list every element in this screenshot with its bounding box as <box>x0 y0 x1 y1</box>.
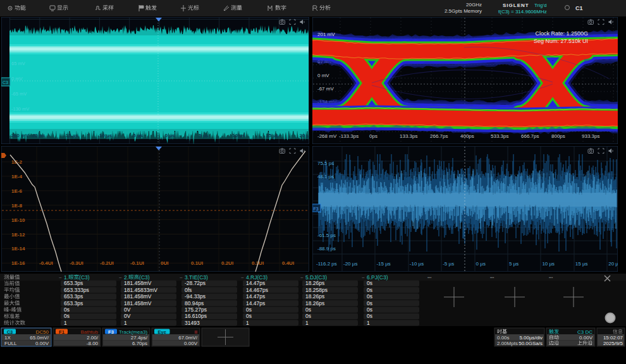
svg-text:1: 1 <box>246 320 249 326</box>
svg-text:-15 µs: -15 µs <box>64 133 78 138</box>
svg-text:0s: 0s <box>64 306 70 313</box>
svg-text:14.47ps: 14.47ps <box>246 293 265 300</box>
svg-text:18.26ps: 18.26ps <box>305 293 324 300</box>
svg-text:Trig'd: Trig'd <box>534 3 546 8</box>
svg-text:2.: 2. <box>124 274 128 281</box>
svg-text:0.00V: 0.00V <box>184 341 198 346</box>
svg-text:18.26ps: 18.26ps <box>305 280 324 286</box>
svg-text:1.: 1. <box>64 274 68 281</box>
svg-text:1E-16: 1E-16 <box>11 260 25 266</box>
svg-text:133.3ps: 133.3ps <box>400 133 417 139</box>
svg-text:•••: ••• <box>549 276 553 279</box>
svg-text:14.47ps: 14.47ps <box>246 280 265 286</box>
svg-text:18.26ps: 18.26ps <box>305 300 324 306</box>
svg-text:C3: C3 <box>7 329 13 335</box>
svg-text:-28.72ps: -28.72ps <box>185 280 206 286</box>
svg-text:800ps: 800ps <box>551 133 565 139</box>
svg-text:0s: 0s <box>246 306 252 313</box>
svg-text:-260 mV: -260 mV <box>9 133 29 138</box>
svg-text:65.0mV/: 65.0mV/ <box>30 335 49 341</box>
svg-text:-61.5 ps: -61.5 ps <box>317 233 336 238</box>
svg-text:0s: 0s <box>64 313 70 319</box>
svg-text:0.00V: 0.00V <box>35 341 49 346</box>
svg-text:0s: 0s <box>367 280 372 286</box>
svg-text:-88.9 ps: -88.9 ps <box>317 246 336 252</box>
svg-text:-20 µs: -20 µs <box>343 261 357 267</box>
svg-text:14.47ps: 14.47ps <box>246 300 265 306</box>
svg-text:-67 mV: -67 mV <box>317 86 334 92</box>
svg-text:(C3): (C3) <box>139 274 150 281</box>
svg-text:•••: ••• <box>427 276 431 279</box>
svg-text:f(C3) = 314.9606MHz: f(C3) = 314.9606MHz <box>498 9 547 15</box>
svg-text:50.0GSa/s: 50.0GSa/s <box>519 341 543 346</box>
svg-text:0s: 0s <box>367 293 372 300</box>
svg-text:Track(mea3): Track(mea3) <box>119 329 147 335</box>
svg-text:-65 mV: -65 mV <box>11 91 27 97</box>
svg-text:6.PJ(C3): 6.PJ(C3) <box>367 274 388 281</box>
svg-text:15 µs: 15 µs <box>575 261 588 267</box>
svg-text:F3: F3 <box>108 329 114 335</box>
svg-text:10 µs: 10 µs <box>232 133 245 138</box>
svg-text:~: ~ <box>300 275 304 281</box>
svg-text:-5 µs: -5 µs <box>443 261 454 267</box>
svg-text:2025/9/5: 2025/9/5 <box>603 341 623 346</box>
svg-text:20GHz: 20GHz <box>466 2 482 8</box>
svg-text:0V: 0V <box>124 313 131 319</box>
svg-text:75.5 ps: 75.5 ps <box>317 161 334 166</box>
svg-text:F3: F3 <box>314 207 319 211</box>
svg-text:0.00V: 0.00V <box>579 335 593 341</box>
svg-text:-15 µs: -15 µs <box>376 261 390 267</box>
svg-text:10 µs: 10 µs <box>542 261 555 267</box>
svg-text:FULL: FULL <box>4 341 17 346</box>
svg-text:16.610ps: 16.610ps <box>185 313 207 319</box>
svg-text:201 mV: 201 mV <box>317 32 335 37</box>
svg-text:67.0mV/: 67.0mV/ <box>178 335 198 341</box>
svg-text:0ps: 0ps <box>369 133 377 139</box>
svg-text:Eye: Eye <box>158 329 166 335</box>
svg-text:0s: 0s <box>305 306 311 313</box>
svg-text:0s: 0s <box>367 306 372 313</box>
svg-text:0.4UI: 0.4UI <box>282 260 294 266</box>
svg-text:-10 µs: -10 µs <box>410 261 424 267</box>
svg-text:0s: 0s <box>367 287 372 293</box>
svg-text:181.458mV: 181.458mV <box>124 280 152 286</box>
svg-text:~: ~ <box>362 275 365 281</box>
svg-text:C3: C3 <box>3 80 8 85</box>
svg-text:1E-14: 1E-14 <box>11 246 25 252</box>
svg-text:C3 DC: C3 DC <box>577 329 592 335</box>
svg-text:-: - <box>9 306 11 313</box>
svg-text:0 mV: 0 mV <box>11 76 23 82</box>
svg-text:1E-4: 1E-4 <box>11 174 22 179</box>
svg-text:II: II <box>195 329 197 335</box>
svg-text:533.3ps: 533.3ps <box>491 133 508 139</box>
svg-text:27.4ps/: 27.4ps/ <box>131 335 148 341</box>
svg-text:400ps: 400ps <box>460 133 474 139</box>
svg-text:653.3ps: 653.3ps <box>64 280 83 286</box>
svg-text:F1: F1 <box>59 329 64 335</box>
svg-text:2.00Mpts: 2.00Mpts <box>497 341 518 346</box>
svg-text:666.7ps: 666.7ps <box>521 133 539 139</box>
svg-text:14.467ps: 14.467ps <box>246 287 268 293</box>
svg-text:1E-12: 1E-12 <box>11 232 25 238</box>
svg-text:181.458mV: 181.458mV <box>124 293 152 300</box>
svg-text:(C3): (C3) <box>79 274 90 281</box>
svg-text:-5 µs: -5 µs <box>132 133 144 138</box>
svg-text:1E-6: 1E-6 <box>11 188 22 194</box>
svg-text:175.27ps: 175.27ps <box>185 306 207 313</box>
svg-text:181.45833mV: 181.45833mV <box>124 287 157 293</box>
svg-text:0.2UI: 0.2UI <box>221 260 233 266</box>
svg-text:5.DJ(C3): 5.DJ(C3) <box>305 274 327 281</box>
svg-text:-94.33ps: -94.33ps <box>185 293 206 300</box>
svg-text:C1: C1 <box>575 5 583 11</box>
svg-text:0UI: 0UI <box>161 260 168 266</box>
svg-text:-268 mV: -268 mV <box>317 133 337 139</box>
svg-text:0 µs: 0 µs <box>165 133 175 138</box>
svg-text:18.258ps: 18.258ps <box>305 287 328 293</box>
svg-text:1X: 1X <box>4 335 11 341</box>
svg-text:653.3ps: 653.3ps <box>64 300 83 306</box>
svg-text:2.5Gpts Memory: 2.5Gpts Memory <box>445 8 482 14</box>
svg-text:~: ~ <box>180 275 183 281</box>
svg-text:5.00µs/div: 5.00µs/div <box>519 335 543 341</box>
svg-text:Seg Num: 27.510k UI: Seg Num: 27.510k UI <box>534 38 588 44</box>
svg-text:15:02:07: 15:02:07 <box>603 335 623 341</box>
